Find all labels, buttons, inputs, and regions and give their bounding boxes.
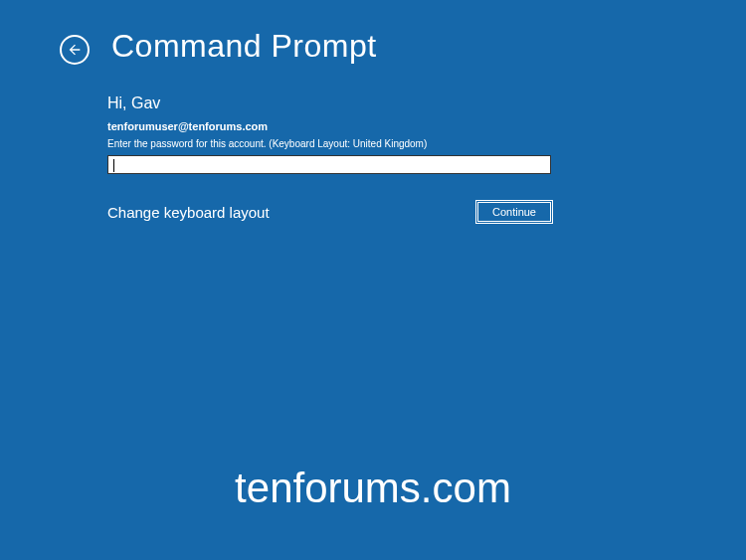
password-input[interactable] xyxy=(107,155,551,174)
change-keyboard-layout-link[interactable]: Change keyboard layout xyxy=(107,204,270,221)
continue-button[interactable]: Continue xyxy=(477,202,551,222)
greeting-text: Hi, Gav xyxy=(107,94,746,112)
header: Command Prompt xyxy=(0,0,746,65)
back-button[interactable] xyxy=(60,35,90,65)
back-arrow-icon xyxy=(67,42,83,58)
account-email: tenforumuser@tenforums.com xyxy=(107,120,746,132)
watermark-text: tenforums.com xyxy=(0,465,746,512)
content-area: Hi, Gav tenforumuser@tenforums.com Enter… xyxy=(0,65,746,222)
password-instruction: Enter the password for this account. (Ke… xyxy=(107,138,746,149)
bottom-row: Change keyboard layout Continue xyxy=(107,202,551,222)
page-title: Command Prompt xyxy=(111,28,377,65)
